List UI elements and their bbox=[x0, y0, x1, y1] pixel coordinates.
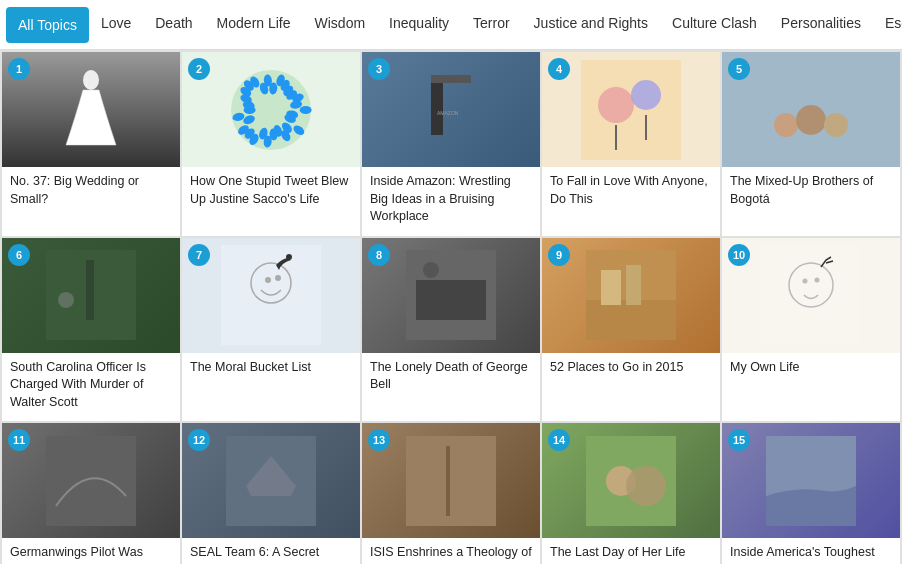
card-title: Inside America's Toughest Federal Prison bbox=[722, 538, 900, 564]
svg-text:AMAZON: AMAZON bbox=[437, 110, 459, 116]
article-card-6[interactable]: 6South Carolina Officer Is Charged With … bbox=[2, 238, 180, 422]
svg-rect-66 bbox=[446, 446, 450, 516]
svg-point-61 bbox=[803, 279, 808, 284]
svg-rect-63 bbox=[46, 436, 136, 526]
card-title: The Lonely Death of George Bell bbox=[362, 353, 540, 422]
card-number-badge: 11 bbox=[8, 429, 30, 451]
nav-item-culture-clash[interactable]: Culture Clash bbox=[660, 0, 769, 50]
card-number-badge: 12 bbox=[188, 429, 210, 451]
nav-item-all-topics[interactable]: All Topics bbox=[6, 7, 89, 43]
card-title: 52 Places to Go in 2015 bbox=[542, 353, 720, 422]
svg-point-43 bbox=[824, 113, 848, 137]
card-title: My Own Life bbox=[722, 353, 900, 422]
article-card-15[interactable]: 15Inside America's Toughest Federal Pris… bbox=[722, 423, 900, 564]
card-title: The Moral Bucket List bbox=[182, 353, 360, 422]
card-title: ISIS Enshrines a Theology of Rape bbox=[362, 538, 540, 564]
nav-item-justice-and-rights[interactable]: Justice and Rights bbox=[522, 0, 660, 50]
card-title: South Carolina Officer Is Charged With M… bbox=[2, 353, 180, 422]
card-title: SEAL Team 6: A Secret History of Quiet K… bbox=[182, 538, 360, 564]
article-card-8[interactable]: 8The Lonely Death of George Bell bbox=[362, 238, 540, 422]
svg-rect-58 bbox=[626, 265, 641, 305]
topic-nav: All TopicsLoveDeathModern LifeWisdomIneq… bbox=[0, 0, 902, 50]
svg-point-36 bbox=[598, 87, 634, 123]
svg-rect-65 bbox=[406, 436, 496, 526]
svg-point-42 bbox=[796, 105, 826, 135]
svg-point-46 bbox=[58, 292, 74, 308]
article-card-11[interactable]: 11Germanwings Pilot Was Locked Out of Co… bbox=[2, 423, 180, 564]
card-title: To Fall in Love With Anyone, Do This bbox=[542, 167, 720, 236]
card-title: The Mixed-Up Brothers of Bogotá bbox=[722, 167, 900, 236]
card-title: The Last Day of Her Life bbox=[542, 538, 720, 564]
svg-point-54 bbox=[423, 262, 439, 278]
article-card-9[interactable]: 952 Places to Go in 2015 bbox=[542, 238, 720, 422]
article-card-12[interactable]: 12SEAL Team 6: A Secret History of Quiet… bbox=[182, 423, 360, 564]
card-number-badge: 4 bbox=[548, 58, 570, 80]
card-number-badge: 13 bbox=[368, 429, 390, 451]
article-card-5[interactable]: 5The Mixed-Up Brothers of Bogotá bbox=[722, 52, 900, 236]
svg-point-49 bbox=[265, 277, 271, 283]
article-card-4[interactable]: 4To Fall in Love With Anyone, Do This bbox=[542, 52, 720, 236]
card-number-badge: 1 bbox=[8, 58, 30, 80]
svg-point-50 bbox=[275, 275, 281, 281]
card-number-badge: 8 bbox=[368, 244, 390, 266]
card-number-badge: 2 bbox=[188, 58, 210, 80]
card-title: No. 37: Big Wedding or Small? bbox=[2, 167, 180, 236]
card-number-badge: 10 bbox=[728, 244, 750, 266]
svg-rect-45 bbox=[86, 260, 94, 320]
svg-rect-56 bbox=[586, 300, 676, 340]
article-card-7[interactable]: 7The Moral Bucket List bbox=[182, 238, 360, 422]
card-title: How One Stupid Tweet Blew Up Justine Sac… bbox=[182, 167, 360, 236]
svg-point-37 bbox=[631, 80, 661, 110]
card-number-badge: 3 bbox=[368, 58, 390, 80]
card-number-badge: 14 bbox=[548, 429, 570, 451]
article-card-1[interactable]: 1No. 37: Big Wedding or Small? bbox=[2, 52, 180, 236]
nav-item-wisdom[interactable]: Wisdom bbox=[303, 0, 378, 50]
card-title: Germanwings Pilot Was Locked Out of Cock… bbox=[2, 538, 180, 564]
nav-item-modern-life[interactable]: Modern Life bbox=[205, 0, 303, 50]
svg-point-41 bbox=[774, 113, 798, 137]
nav-item-love[interactable]: Love bbox=[89, 0, 143, 50]
nav-item-death[interactable]: Death bbox=[143, 0, 204, 50]
card-number-badge: 9 bbox=[548, 244, 570, 266]
svg-rect-53 bbox=[416, 280, 486, 320]
nav-item-escape[interactable]: Escape bbox=[873, 0, 902, 50]
nav-item-terror[interactable]: Terror bbox=[461, 0, 522, 50]
article-card-2[interactable]: 2How One Stupid Tweet Blew Up Justine Sa… bbox=[182, 52, 360, 236]
article-card-10[interactable]: 10My Own Life bbox=[722, 238, 900, 422]
article-card-13[interactable]: 13ISIS Enshrines a Theology of Rape bbox=[362, 423, 540, 564]
card-number-badge: 7 bbox=[188, 244, 210, 266]
svg-point-2 bbox=[300, 106, 312, 114]
svg-point-0 bbox=[83, 70, 99, 90]
svg-point-62 bbox=[815, 278, 820, 283]
article-card-14[interactable]: 14The Last Day of Her Life bbox=[542, 423, 720, 564]
article-grid: 1No. 37: Big Wedding or Small?2How One S… bbox=[0, 50, 902, 564]
card-title: Inside Amazon: Wrestling Big Ideas in a … bbox=[362, 167, 540, 236]
article-card-3[interactable]: 3AMAZONInside Amazon: Wrestling Big Idea… bbox=[362, 52, 540, 236]
svg-rect-33 bbox=[431, 75, 471, 83]
svg-rect-57 bbox=[601, 270, 621, 305]
nav-item-inequality[interactable]: Inequality bbox=[377, 0, 461, 50]
svg-point-51 bbox=[286, 254, 292, 260]
svg-rect-59 bbox=[761, 245, 861, 345]
card-number-badge: 5 bbox=[728, 58, 750, 80]
svg-rect-32 bbox=[431, 75, 443, 135]
svg-point-69 bbox=[626, 466, 666, 506]
card-number-badge: 6 bbox=[8, 244, 30, 266]
card-number-badge: 15 bbox=[728, 429, 750, 451]
nav-item-personalities[interactable]: Personalities bbox=[769, 0, 873, 50]
